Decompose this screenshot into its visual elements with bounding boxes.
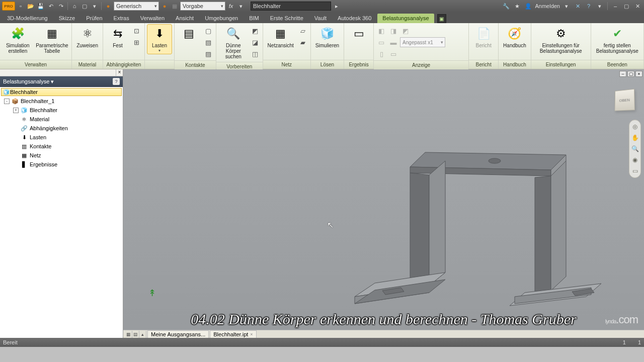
qat-select-icon[interactable]: ▢ bbox=[80, 2, 89, 11]
tree-node[interactable]: ▋Ergebnisse bbox=[1, 160, 122, 169]
qat-fx-icon[interactable]: fx bbox=[226, 2, 235, 11]
signin-drop-icon[interactable]: ▾ bbox=[562, 2, 571, 11]
nav-zoom-icon[interactable]: 🔍 bbox=[630, 144, 639, 153]
qat-redo-icon[interactable]: ↷ bbox=[56, 2, 65, 11]
tab-view[interactable]: Ansicht bbox=[171, 14, 199, 23]
tab-a360[interactable]: Autodesk 360 bbox=[333, 14, 376, 23]
tree-node[interactable]: ▥Kontakte bbox=[1, 142, 122, 151]
tab-inspect[interactable]: Prüfen bbox=[81, 14, 107, 23]
tree-node[interactable]: ▦Netz bbox=[1, 151, 122, 160]
tab-3d[interactable]: 3D-Modellierung bbox=[2, 14, 53, 23]
qat-home-icon[interactable]: ⌂ bbox=[70, 2, 79, 11]
tab-exit-icon[interactable]: ▣ bbox=[437, 14, 446, 23]
scale-combo[interactable]: Angepasst x1 bbox=[400, 37, 445, 47]
ribbon-button[interactable]: ▦Netzansicht bbox=[265, 24, 296, 50]
ribbon-button[interactable]: 🧊Simulieren bbox=[313, 24, 342, 50]
ribbon-small-icon[interactable]: ◩ bbox=[250, 25, 261, 36]
tab-extras[interactable]: Extras bbox=[109, 14, 134, 23]
tab-env[interactable]: Umgebungen bbox=[200, 14, 243, 23]
key-icon[interactable]: 🔧 bbox=[502, 2, 511, 11]
qat-undo-icon[interactable]: ↶ bbox=[46, 2, 55, 11]
appearance-swatch-icon[interactable]: ▦ bbox=[170, 2, 179, 11]
browser-help-icon[interactable]: ? bbox=[113, 78, 120, 85]
ribbon-button[interactable]: ⇆Fest bbox=[105, 24, 130, 50]
tree-expander-icon[interactable]: - bbox=[4, 99, 10, 104]
ribbon-small-icon[interactable]: ⊡ bbox=[131, 25, 142, 36]
star-icon[interactable]: ★ bbox=[513, 2, 522, 11]
material-combo[interactable]: Generisch bbox=[114, 2, 159, 11]
nav-wheel-icon[interactable]: ◎ bbox=[630, 122, 639, 131]
tree-node[interactable]: 🔗Abhängigkeiten bbox=[1, 124, 122, 133]
tab-stress[interactable]: Belastungsanalyse bbox=[377, 14, 434, 23]
doc-tab-close-icon[interactable]: × bbox=[250, 331, 253, 338]
exchange-icon[interactable]: ✕ bbox=[573, 2, 582, 11]
ribbon-button[interactable]: 🧩Simulation erstellen bbox=[2, 24, 34, 55]
ribbon-button[interactable]: ✔fertig stellen Belastungsanalyse bbox=[593, 24, 641, 55]
doctab-list-icon[interactable]: ▤ bbox=[132, 331, 139, 338]
ribbon-button[interactable]: 🧭Handbuch bbox=[501, 24, 529, 50]
ribbon-small-icon[interactable]: ▰ bbox=[297, 37, 308, 48]
ribbon-button[interactable]: ▭ bbox=[346, 24, 371, 43]
qat-more-icon[interactable]: ▾ bbox=[236, 2, 246, 11]
tab-bim[interactable]: BIM bbox=[244, 14, 264, 23]
signin-link[interactable]: Anmelden bbox=[535, 3, 560, 9]
tree-node[interactable]: ⚛Material bbox=[1, 115, 122, 124]
ribbon-button[interactable]: ⬇Lasten▾ bbox=[147, 24, 172, 54]
tree-node[interactable]: +🧊Blechhalter bbox=[1, 106, 122, 115]
qat-drop-icon[interactable]: ▾ bbox=[90, 2, 99, 11]
ribbon-small-icon[interactable]: ▧ bbox=[203, 37, 214, 48]
ribbon-button[interactable]: 🔍Dünne Körper suchen bbox=[218, 24, 249, 61]
browser-close-icon[interactable]: × bbox=[116, 69, 123, 76]
ribbon-button[interactable]: ▤ bbox=[177, 24, 202, 43]
svg-marker-6 bbox=[535, 176, 551, 293]
material-orb-icon[interactable]: ● bbox=[104, 2, 113, 11]
browser-header[interactable]: Belastungsanalyse ▾ ? bbox=[0, 76, 123, 87]
doctab-up-icon[interactable]: ▴ bbox=[139, 331, 146, 338]
app-logo[interactable]: PRO bbox=[2, 2, 15, 11]
viewcube[interactable]: OBEN bbox=[615, 89, 635, 111]
tree-node[interactable]: -📦Blechhalter_1 bbox=[1, 97, 122, 106]
appearance-combo[interactable]: Vorgabe bbox=[180, 2, 225, 11]
qat-open-icon[interactable]: 📂 bbox=[26, 2, 35, 11]
vp-restore-icon[interactable]: ▢ bbox=[627, 71, 634, 77]
status-num1: 1 bbox=[623, 339, 626, 345]
window-restore-icon[interactable]: ▢ bbox=[622, 2, 631, 11]
ribbon-button-label: Parametrische Tabelle bbox=[36, 43, 68, 54]
nav-pan-icon[interactable]: ✋ bbox=[630, 133, 639, 142]
tab-sketch[interactable]: Skizze bbox=[54, 14, 80, 23]
svg-point-3 bbox=[489, 158, 501, 163]
doc-tab-file[interactable]: Blechhalter.ipt× bbox=[210, 330, 256, 338]
tree-node[interactable]: ⬇Lasten bbox=[1, 133, 122, 142]
window-minimize-icon[interactable]: – bbox=[611, 2, 620, 11]
ribbon-button[interactable]: ⚛Zuweisen bbox=[74, 24, 101, 50]
tree-root[interactable]: 🧊 Blechhalter bbox=[1, 88, 122, 96]
ribbon-small-icon[interactable]: ▢ bbox=[203, 25, 214, 36]
help-drop-icon[interactable]: ▾ bbox=[595, 2, 604, 11]
nav-look-icon[interactable]: ▭ bbox=[630, 166, 639, 175]
vp-min-icon[interactable]: – bbox=[619, 71, 626, 77]
viewport[interactable]: – ▢ × OBEN ◎ ✋ 🔍 ◉ ▭ ↟ ↖ bbox=[123, 69, 644, 338]
help-icon[interactable]: ? bbox=[584, 2, 593, 11]
vp-close-icon[interactable]: × bbox=[635, 71, 642, 77]
tab-manage[interactable]: Verwalten bbox=[135, 14, 170, 23]
search-go-icon[interactable]: ▸ bbox=[332, 2, 341, 11]
qat-new-icon[interactable]: ▫ bbox=[16, 2, 25, 11]
doctab-grid-icon[interactable]: ▦ bbox=[125, 331, 132, 338]
ribbon-small-icon[interactable]: ⊞ bbox=[131, 37, 142, 48]
ribbon-small-icon[interactable]: ▱ bbox=[297, 25, 308, 36]
ribbon-small-icon[interactable]: ▨ bbox=[203, 48, 214, 59]
tree-expander-icon[interactable]: + bbox=[13, 108, 19, 113]
tab-vault[interactable]: Vault bbox=[309, 14, 332, 23]
ribbon-small-icon[interactable]: ◫ bbox=[250, 48, 261, 59]
nav-orbit-icon[interactable]: ◉ bbox=[630, 155, 639, 164]
search-input[interactable] bbox=[251, 2, 331, 11]
doc-tab-home[interactable]: Meine Ausgangsans... bbox=[147, 330, 209, 338]
ribbon-button[interactable]: ⚙Einstellungen für Belastungsanalyse bbox=[533, 24, 589, 55]
qat-save-icon[interactable]: 💾 bbox=[36, 2, 45, 11]
user-icon[interactable]: 👤 bbox=[524, 2, 533, 11]
tab-start[interactable]: Erste Schritte bbox=[265, 14, 308, 23]
window-close-icon[interactable]: ✕ bbox=[633, 2, 642, 11]
ribbon-button[interactable]: ▦Parametrische Tabelle bbox=[35, 24, 70, 55]
ribbon-small-icon[interactable]: ◪ bbox=[250, 37, 261, 48]
appearance-orb-icon[interactable]: ● bbox=[160, 2, 169, 11]
